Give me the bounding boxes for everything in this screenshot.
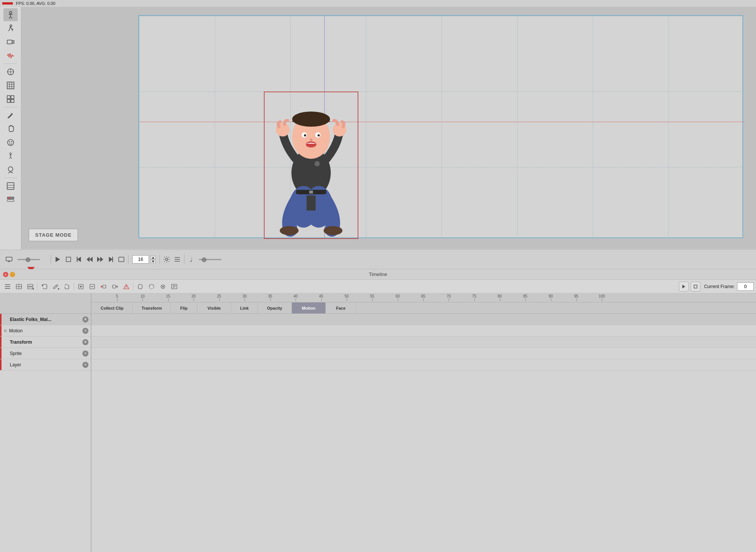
note-btn[interactable]: ♩ <box>186 254 197 265</box>
col-collect-clip[interactable]: Collect Clip <box>91 302 133 313</box>
frame-input[interactable]: 16 <box>132 255 149 264</box>
grid2-tool-btn[interactable] <box>3 93 18 105</box>
puppet-tool-btn[interactable] <box>3 150 18 163</box>
track-sprite <box>91 348 756 359</box>
svg-point-90 <box>162 286 164 287</box>
timeline-close-btn[interactable]: × <box>3 272 8 277</box>
svg-line-3 <box>9 17 11 19</box>
layer-close-layer[interactable]: × <box>82 362 88 368</box>
timeline-panel: × Timeline ▼ <box>0 269 756 552</box>
layer-row-sprite[interactable]: Sprite × <box>0 348 91 359</box>
svg-rect-37 <box>309 191 313 194</box>
svg-marker-85 <box>116 285 118 288</box>
tl-play-btn[interactable] <box>679 282 689 292</box>
video-tool-btn[interactable] <box>3 36 18 48</box>
tl-layers-btn[interactable]: ▼ <box>25 282 36 292</box>
walk-tool-btn[interactable] <box>3 22 18 35</box>
circle-tool-btn[interactable] <box>3 65 18 78</box>
timeline-title: Timeline <box>369 271 387 277</box>
col-opacity[interactable]: Opacity <box>258 302 292 313</box>
layer-close-transform[interactable]: × <box>82 339 88 345</box>
monitor-btn[interactable] <box>4 254 14 265</box>
loop-slider[interactable] <box>17 259 40 260</box>
character-svg <box>266 93 356 237</box>
col-link[interactable]: Link <box>231 302 258 313</box>
svg-marker-76 <box>42 284 43 287</box>
grid-tool-btn[interactable] <box>3 79 18 92</box>
list-btn[interactable] <box>172 254 183 265</box>
tl-loop3-btn[interactable] <box>146 282 157 292</box>
tl-shift-right-btn[interactable] <box>110 282 120 292</box>
frame-down-btn[interactable]: ▼ <box>150 259 156 263</box>
layers-tool-btn[interactable] <box>3 193 18 206</box>
col-transform[interactable]: Transform <box>133 302 171 313</box>
layer-row-transform[interactable]: Transform × <box>0 336 91 348</box>
svg-point-5 <box>10 25 12 27</box>
tl-grid-btn[interactable] <box>14 282 24 292</box>
layer-close-motion[interactable]: × <box>82 328 88 334</box>
head-tool-btn[interactable] <box>3 163 18 176</box>
layer-close-main[interactable]: × <box>82 316 88 323</box>
tl-undo-btn[interactable] <box>39 282 50 292</box>
stage-mode-button[interactable]: STAGE MODE <box>29 229 78 241</box>
current-frame-input[interactable]: 0 <box>737 282 754 291</box>
timeline-titlebar: × Timeline <box>0 269 756 280</box>
frame-up-btn[interactable]: ▲ <box>150 256 156 259</box>
brush-tool-btn[interactable] <box>3 109 18 122</box>
svg-point-49 <box>306 141 316 147</box>
face-tool-btn[interactable] <box>3 136 18 149</box>
layer-row-main[interactable]: Elastic Folks_Mal... × <box>0 314 91 325</box>
timeline-minimize-btn[interactable] <box>10 272 15 277</box>
svg-rect-15 <box>7 96 10 99</box>
handle-dot[interactable] <box>314 161 320 166</box>
tl-add-keyframe-btn[interactable] <box>76 282 86 292</box>
tl-list-btn[interactable] <box>2 282 13 292</box>
rewind-btn[interactable] <box>84 254 95 265</box>
tl-shift-left-btn[interactable] <box>98 282 109 292</box>
ruler-and-tracks: 5101520253035404550556065707580859095100… <box>91 293 756 552</box>
tl-redo-btn[interactable] <box>62 282 72 292</box>
grid3-tool-btn[interactable] <box>3 180 18 192</box>
col-visible[interactable]: Visible <box>197 302 231 313</box>
rig-tool-btn[interactable] <box>3 8 18 21</box>
svg-rect-10 <box>7 82 14 89</box>
layer-close-sprite[interactable]: × <box>82 350 88 357</box>
tl-delete-keyframe-btn[interactable] <box>87 282 98 292</box>
tracks-container <box>91 314 756 371</box>
stop-btn[interactable] <box>63 254 74 265</box>
tl-select-btn[interactable] <box>169 282 180 292</box>
tl-loop2-btn[interactable] <box>135 282 146 292</box>
tl-warning-btn[interactable] <box>121 282 132 292</box>
col-flip[interactable]: Flip <box>171 302 197 313</box>
svg-point-88 <box>126 288 127 288</box>
svg-point-38 <box>280 226 299 235</box>
fast-forward-btn[interactable] <box>95 254 105 265</box>
layer-row-motion[interactable]: ⊙ Motion × <box>0 325 91 336</box>
svg-line-4 <box>11 17 12 19</box>
svg-marker-53 <box>56 257 60 262</box>
col-face[interactable]: Face <box>326 302 356 313</box>
layer-row-layer[interactable]: Layer × <box>0 359 91 371</box>
settings-btn[interactable] <box>161 254 172 265</box>
col-motion[interactable]: Motion <box>292 302 326 313</box>
waveform-tool-btn[interactable] <box>3 49 18 62</box>
svg-rect-82 <box>103 285 106 288</box>
svg-point-39 <box>324 226 342 235</box>
ruler-row: 5101520253035404550556065707580859095100 <box>91 293 756 302</box>
loop-btn[interactable] <box>116 254 127 265</box>
track-layer <box>91 359 756 371</box>
tl-solo-btn[interactable] <box>158 282 168 292</box>
hand-tool-btn[interactable] <box>3 122 18 135</box>
svg-rect-16 <box>11 96 14 99</box>
tl-edit-btn[interactable]: ▼ <box>50 282 61 292</box>
svg-rect-84 <box>113 285 116 288</box>
svg-marker-61 <box>109 257 113 262</box>
step-to-start-btn[interactable] <box>74 254 84 265</box>
track-motion <box>91 325 756 336</box>
play-btn[interactable] <box>53 254 63 265</box>
svg-rect-17 <box>7 99 10 102</box>
step-to-end-btn[interactable] <box>105 254 116 265</box>
note-slider[interactable] <box>199 259 222 260</box>
tl-stop-btn[interactable] <box>691 282 700 292</box>
layer-expand-motion[interactable]: ⊙ <box>2 328 8 334</box>
